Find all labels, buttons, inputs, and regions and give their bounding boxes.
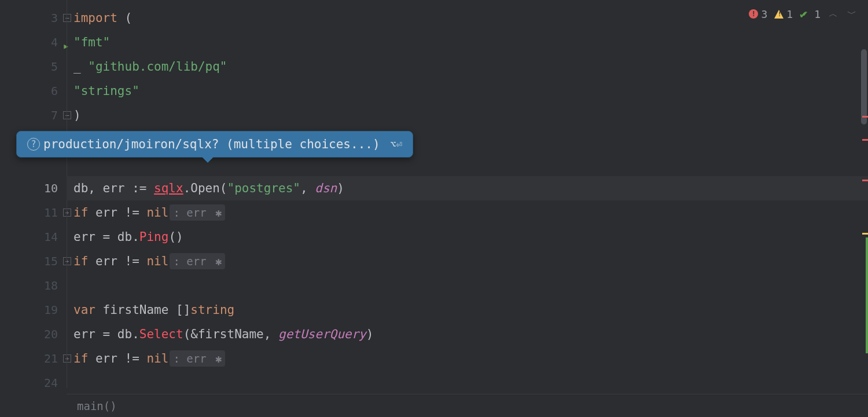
code-text: db, err := — [73, 181, 154, 195]
line-number[interactable]: 24 — [0, 371, 67, 395]
breadcrumb-bar[interactable]: main() — [67, 394, 868, 417]
code-text: ) — [337, 181, 344, 195]
keyword-var: var — [73, 303, 95, 317]
code-text: err = db. — [73, 230, 139, 244]
check-icon: ✔✔ — [800, 7, 807, 21]
code-line[interactable]: "fmt" — [67, 30, 868, 54]
line-number-text: 19 — [44, 303, 58, 317]
warning-count: 1 — [786, 8, 793, 20]
code-text: ) — [366, 327, 374, 341]
code-line[interactable]: if err != nil : err ✱ — [67, 249, 868, 273]
warning-stripe[interactable] — [862, 233, 868, 235]
code-line-current[interactable]: db, err := sqlx.Open("postgres", dsn) — [67, 176, 868, 200]
code-text: err — [88, 352, 124, 365]
code-line[interactable]: if err != nil : err ✱ — [67, 200, 868, 225]
inlay-hint[interactable]: : err ✱ — [170, 204, 225, 221]
line-number[interactable]: 6 — [0, 79, 67, 103]
method-ping: Ping — [139, 230, 169, 244]
ok-count: 1 — [814, 8, 821, 20]
line-number-text: 4 — [51, 35, 58, 49]
code-text: .Open( — [183, 181, 227, 195]
code-text: () — [168, 230, 183, 244]
line-number[interactable]: 19 — [0, 298, 67, 322]
error-stripe[interactable] — [862, 180, 868, 181]
code-text: err — [88, 206, 124, 220]
line-number[interactable]: 18 — [0, 273, 67, 298]
gutter: 3 4 5 ▶ 6 7 10 11 — [0, 0, 67, 417]
code-text: err = db. — [73, 327, 139, 341]
line-number[interactable]: 4 — [0, 30, 67, 54]
inspection-warnings[interactable]: 1 — [774, 8, 793, 20]
hint-text: : err — [173, 206, 206, 219]
scrollbar-track[interactable] — [860, 29, 868, 388]
hint-star-icon: ✱ — [209, 206, 222, 219]
blank-import: _ — [73, 60, 88, 74]
import-path: "fmt" — [73, 35, 110, 49]
ok-stripe[interactable] — [866, 237, 868, 353]
editor-container: 3 4 5 ▶ 6 7 10 11 — [0, 0, 868, 417]
punct: ) — [73, 108, 81, 122]
type-string: string — [190, 303, 234, 317]
line-number-text: 15 — [44, 254, 58, 268]
code-line[interactable]: import ( — [67, 6, 868, 30]
inspection-errors[interactable]: ! 3 — [749, 8, 767, 20]
line-number[interactable]: 20 — [0, 322, 67, 346]
code-line-empty[interactable] — [67, 371, 868, 395]
keyword-nil: nil — [146, 254, 168, 268]
import-path: "github.com/lib/pq" — [88, 60, 227, 74]
line-number-text: 7 — [51, 108, 58, 122]
keyword-nil: nil — [146, 352, 168, 365]
code-line[interactable]: ) — [67, 103, 868, 127]
code-line[interactable]: var firstName []string — [67, 298, 868, 322]
inlay-hint[interactable]: : err ✱ — [170, 350, 225, 367]
error-stripe[interactable] — [862, 139, 868, 141]
line-number[interactable]: 14 — [0, 225, 67, 249]
code-line-empty[interactable] — [67, 273, 868, 298]
tooltip-shortcut: ⌥⏎ — [391, 138, 402, 150]
breadcrumb-item[interactable]: main() — [77, 400, 117, 412]
hint-star-icon: ✱ — [209, 255, 222, 268]
line-number-text: 11 — [44, 206, 58, 220]
line-number-text: 20 — [44, 327, 58, 341]
hint-text: : err — [173, 352, 206, 365]
inspection-ok[interactable]: ✔✔ 1 — [800, 7, 821, 21]
error-icon: ! — [749, 9, 758, 19]
line-number[interactable]: 15 — [0, 249, 67, 273]
line-number[interactable]: 7 — [0, 103, 67, 127]
line-number[interactable]: 10 — [0, 176, 67, 200]
line-number-text: 3 — [51, 11, 58, 25]
param-getUserQuery: getUserQuery — [278, 327, 366, 341]
line-number[interactable]: 21 — [0, 346, 67, 371]
line-number-text: 24 — [44, 376, 58, 390]
line-number-text: 21 — [44, 352, 58, 365]
param-dsn: dsn — [315, 181, 337, 195]
code-area[interactable]: import ( "fmt" _ "github.com/lib/pq" "st… — [67, 0, 868, 417]
next-highlight-icon[interactable]: ﹀ — [846, 8, 858, 20]
line-number[interactable]: 5 ▶ — [0, 54, 67, 79]
line-number[interactable]: 3 — [0, 6, 67, 30]
inlay-hint[interactable]: : err ✱ — [170, 253, 225, 269]
tooltip-text: production/jmoiron/sqlx? (multiple choic… — [43, 137, 380, 151]
scrollbar-thumb[interactable] — [861, 49, 867, 125]
keyword-if: if — [73, 352, 88, 365]
code-text: , — [300, 181, 315, 195]
code-line[interactable]: _ "github.com/lib/pq" — [67, 54, 868, 79]
keyword-if: if — [73, 206, 88, 220]
string-literal: "postgres" — [227, 181, 300, 195]
inspection-bar: ! 3 1 ✔✔ 1 ︿ ﹀ — [749, 7, 858, 21]
hint-text: : err — [173, 255, 206, 268]
hint-star-icon: ✱ — [209, 352, 222, 365]
unresolved-sqlx[interactable]: sqlx — [154, 181, 183, 195]
code-line[interactable]: "strings" — [67, 79, 868, 103]
intention-tooltip[interactable]: ? production/jmoiron/sqlx? (multiple cho… — [16, 131, 413, 158]
code-line[interactable]: err = db.Ping() — [67, 225, 868, 249]
error-stripe[interactable] — [862, 116, 868, 118]
line-number[interactable]: 11 — [0, 200, 67, 225]
prev-highlight-icon[interactable]: ︿ — [827, 8, 839, 20]
import-path: "strings" — [73, 84, 139, 98]
code-line[interactable]: if err != nil : err ✱ — [67, 346, 868, 371]
line-number-text: 10 — [44, 181, 58, 195]
code-line[interactable]: err = db.Select(&firstName, getUserQuery… — [67, 322, 868, 346]
keyword-import: import — [73, 11, 117, 25]
punct: ( — [117, 11, 132, 25]
